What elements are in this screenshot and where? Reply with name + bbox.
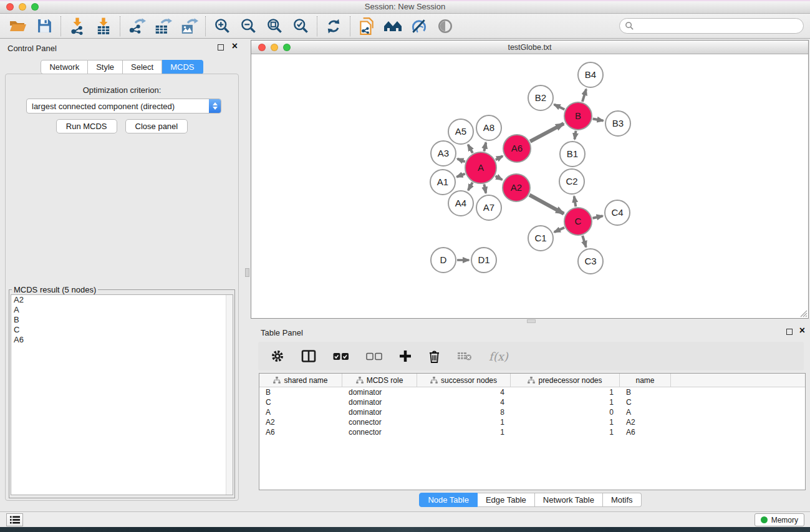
deselect-all-button[interactable] bbox=[366, 352, 382, 360]
save-session-button[interactable] bbox=[31, 16, 57, 37]
vertical-divider-handle[interactable] bbox=[245, 268, 249, 277]
cell-successor-nodes[interactable]: 8 bbox=[417, 408, 511, 417]
refresh-button[interactable] bbox=[321, 16, 347, 37]
export-table-button[interactable] bbox=[150, 16, 176, 37]
column-header-predecessor-nodes[interactable]: predecessor nodes bbox=[511, 374, 620, 387]
node-A6[interactable]: A6 bbox=[503, 135, 531, 162]
column-header-shared-name[interactable]: shared name bbox=[259, 374, 342, 387]
zoom-fit-button[interactable] bbox=[261, 16, 287, 37]
export-network-button[interactable] bbox=[123, 16, 150, 37]
edge-A-A4[interactable] bbox=[468, 183, 473, 191]
edge-A-A5[interactable] bbox=[468, 145, 473, 153]
cell-shared-name[interactable]: A2 bbox=[259, 418, 342, 427]
import-network-button[interactable] bbox=[64, 16, 90, 37]
add-row-button[interactable] bbox=[399, 350, 412, 362]
run-mcds-button[interactable]: Run MCDS bbox=[56, 119, 117, 133]
edge-A2-C[interactable] bbox=[529, 195, 564, 213]
search-box[interactable] bbox=[619, 18, 804, 34]
cell-shared-name[interactable]: C bbox=[259, 398, 342, 407]
cell-mcds-role[interactable]: connector bbox=[342, 428, 417, 437]
network-window-titlebar[interactable]: testGlobe.txt bbox=[251, 41, 808, 54]
edge-A6-B[interactable] bbox=[530, 123, 564, 142]
network-canvas[interactable]: B4B2BB3A8A5A6A3B1AC2A1A2A4A7C4CC1C3DD1 bbox=[251, 54, 808, 318]
tab-style[interactable]: Style bbox=[88, 60, 123, 74]
apply-function-button[interactable]: f(x) bbox=[489, 350, 508, 363]
column-header-successor-nodes[interactable]: successor nodes bbox=[417, 374, 511, 387]
tab-motifs[interactable]: Motifs bbox=[603, 493, 642, 507]
table-row[interactable]: A2connector11A2 bbox=[259, 417, 805, 427]
edge-A-A7[interactable] bbox=[484, 184, 486, 193]
cell-shared-name[interactable]: A bbox=[259, 408, 342, 417]
node-A7[interactable]: A7 bbox=[476, 195, 501, 220]
edge-A-A2[interactable] bbox=[496, 176, 503, 180]
open-session-button[interactable] bbox=[5, 16, 31, 37]
export-image-button[interactable] bbox=[176, 16, 202, 37]
column-header-mcds-role[interactable]: MCDS role bbox=[342, 374, 417, 387]
cell-mcds-role[interactable]: dominator bbox=[342, 408, 417, 417]
node-A3[interactable]: A3 bbox=[431, 141, 456, 166]
hide-gene-view-button[interactable] bbox=[406, 16, 432, 37]
node-B[interactable]: B bbox=[564, 102, 592, 130]
node-D1[interactable]: D1 bbox=[471, 248, 496, 273]
node-A2[interactable]: A2 bbox=[503, 174, 530, 201]
zoom-in-button[interactable] bbox=[209, 16, 235, 37]
tab-select[interactable]: Select bbox=[123, 60, 162, 74]
cell-predecessor-nodes[interactable]: 1 bbox=[511, 418, 620, 427]
node-B4[interactable]: B4 bbox=[578, 62, 603, 87]
cell-predecessor-nodes[interactable]: 1 bbox=[511, 398, 620, 407]
table-row[interactable]: Bdominator41B bbox=[259, 387, 805, 397]
column-layout-button[interactable] bbox=[301, 350, 316, 362]
cell-name[interactable]: A6 bbox=[620, 428, 671, 437]
edge-B-B2[interactable] bbox=[554, 104, 565, 109]
node-B2[interactable]: B2 bbox=[528, 85, 553, 110]
cell-name[interactable]: B bbox=[620, 388, 671, 397]
node-C2[interactable]: C2 bbox=[559, 169, 584, 194]
delete-row-button[interactable] bbox=[428, 350, 440, 363]
edge-C-C1[interactable] bbox=[554, 228, 564, 232]
tab-network[interactable]: Network bbox=[41, 60, 88, 74]
cell-successor-nodes[interactable]: 1 bbox=[417, 428, 511, 437]
float-table-panel-button[interactable] bbox=[786, 329, 793, 336]
node-table[interactable]: shared nameMCDS rolesuccessor nodesprede… bbox=[259, 373, 806, 490]
edge-B-B1[interactable] bbox=[575, 131, 576, 140]
node-C[interactable]: C bbox=[564, 208, 592, 235]
edge-C-C4[interactable] bbox=[592, 216, 602, 218]
close-panel-button[interactable]: × bbox=[232, 42, 238, 50]
cell-name[interactable]: A2 bbox=[620, 418, 671, 427]
cell-predecessor-nodes[interactable]: 1 bbox=[511, 388, 620, 397]
close-panel-button-mcds[interactable]: Close panel bbox=[125, 119, 188, 133]
node-A8[interactable]: A8 bbox=[476, 115, 501, 140]
table-row[interactable]: A6connector11A6 bbox=[259, 427, 805, 437]
mcds-result-item[interactable]: C bbox=[11, 325, 233, 335]
mcds-result-list[interactable]: A2ABCA6 bbox=[11, 294, 233, 495]
cell-mcds-role[interactable]: dominator bbox=[342, 398, 417, 407]
delete-table-button[interactable] bbox=[457, 351, 472, 361]
float-panel-button[interactable] bbox=[218, 44, 224, 52]
node-C1[interactable]: C1 bbox=[528, 226, 553, 251]
select-all-button[interactable] bbox=[333, 352, 349, 360]
table-settings-button[interactable] bbox=[271, 349, 284, 363]
zoom-selected-button[interactable] bbox=[287, 16, 314, 37]
mcds-result-item[interactable]: A bbox=[11, 305, 233, 315]
network-from-selection-button[interactable] bbox=[354, 16, 380, 37]
cell-successor-nodes[interactable]: 4 bbox=[417, 388, 511, 397]
cell-shared-name[interactable]: B bbox=[259, 388, 342, 397]
edge-B-B4[interactable] bbox=[582, 89, 586, 102]
cell-predecessor-nodes[interactable]: 0 bbox=[511, 408, 620, 417]
zoom-out-button[interactable] bbox=[235, 16, 261, 37]
criterion-dropdown[interactable]: largest connected component (directed) bbox=[26, 99, 221, 114]
cell-name[interactable]: C bbox=[620, 398, 671, 407]
task-history-button[interactable] bbox=[6, 513, 23, 526]
edge-B-B3[interactable] bbox=[593, 118, 604, 120]
node-A1[interactable]: A1 bbox=[430, 170, 455, 195]
cell-name[interactable]: A bbox=[620, 408, 671, 417]
edge-A-A3[interactable] bbox=[457, 159, 465, 162]
tab-edge-table[interactable]: Edge Table bbox=[478, 493, 535, 507]
node-C3[interactable]: C3 bbox=[578, 249, 603, 274]
show-eye-button[interactable] bbox=[432, 16, 458, 37]
node-C4[interactable]: C4 bbox=[605, 200, 630, 225]
memory-button[interactable]: Memory bbox=[755, 513, 804, 526]
table-row[interactable]: Adominator80A bbox=[259, 407, 805, 417]
table-row[interactable]: Cdominator41C bbox=[259, 397, 805, 407]
cell-predecessor-nodes[interactable]: 1 bbox=[511, 428, 620, 437]
